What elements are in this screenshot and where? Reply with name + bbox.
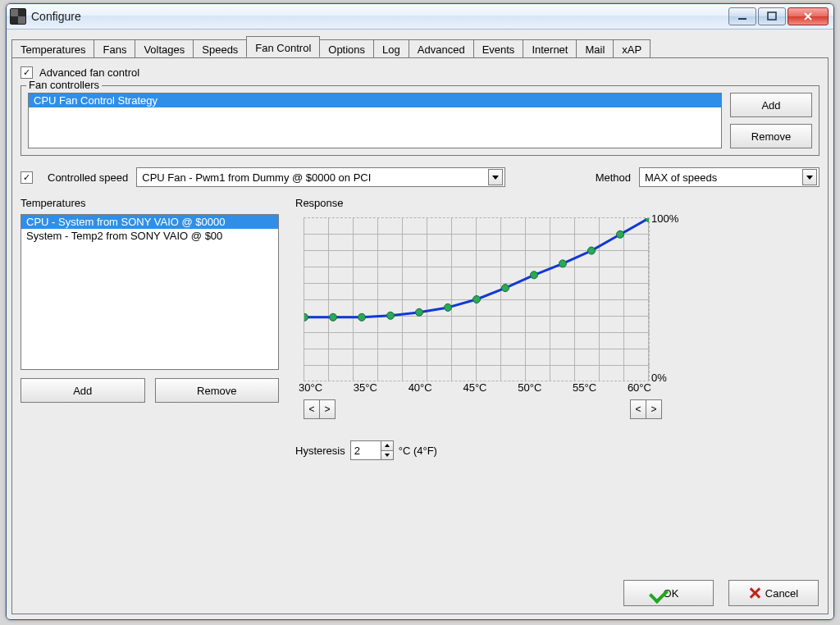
tab-temperatures[interactable]: Temperatures bbox=[11, 39, 94, 58]
svg-point-3 bbox=[330, 313, 337, 321]
tab-log[interactable]: Log bbox=[373, 39, 409, 58]
remove-controller-button[interactable]: Remove bbox=[730, 124, 812, 148]
fan-controllers-legend: Fan controllers bbox=[26, 79, 102, 91]
svg-point-11 bbox=[559, 260, 567, 267]
x-tick-label: 45°C bbox=[463, 381, 486, 394]
response-chart-plot[interactable] bbox=[304, 217, 650, 381]
x-tick-label: 60°C bbox=[628, 381, 651, 394]
temperatures-label: Temperatures bbox=[21, 197, 279, 209]
advanced-fan-control-label: Advanced fan control bbox=[39, 66, 139, 79]
tab-speeds[interactable]: Speeds bbox=[193, 39, 247, 58]
controlled-speed-value: CPU Fan - Pwm1 from Dummy @ $0000 on PCI bbox=[142, 171, 485, 184]
chart-shift-right-button[interactable]: > bbox=[320, 399, 336, 419]
tab-internet[interactable]: Internet bbox=[523, 39, 577, 58]
tab-mail[interactable]: Mail bbox=[576, 39, 614, 58]
fan-controllers-list[interactable]: CPU Fan Control Strategy bbox=[28, 93, 722, 148]
method-value: MAX of speeds bbox=[645, 171, 799, 184]
configure-window: Configure TemperaturesFansVoltagesSpeeds… bbox=[6, 3, 834, 620]
fan-controllers-group: Fan controllers CPU Fan Control Strategy… bbox=[21, 85, 819, 156]
advanced-fan-control-row: Advanced fan control bbox=[21, 66, 819, 79]
fan-controller-item[interactable]: CPU Fan Control Strategy bbox=[29, 94, 721, 107]
controlled-speed-checkbox[interactable] bbox=[21, 171, 33, 184]
hysteresis-label: Hysteresis bbox=[295, 445, 345, 457]
tab-voltages[interactable]: Voltages bbox=[135, 39, 194, 58]
close-button[interactable] bbox=[788, 7, 829, 25]
y-axis-top-label: 100% bbox=[651, 212, 678, 225]
cancel-button[interactable]: Cancel bbox=[728, 580, 819, 606]
hysteresis-input[interactable] bbox=[351, 441, 381, 459]
maximize-button[interactable] bbox=[758, 7, 786, 25]
dialog-buttons: OK Cancel bbox=[623, 580, 819, 606]
advanced-fan-control-checkbox[interactable] bbox=[21, 66, 33, 79]
svg-point-9 bbox=[502, 285, 509, 292]
minimize-button[interactable] bbox=[728, 7, 756, 25]
temperature-item[interactable]: CPU - System from SONY VAIO @ $0000 bbox=[21, 215, 278, 229]
svg-point-5 bbox=[387, 312, 395, 319]
svg-point-2 bbox=[304, 313, 308, 321]
client-area: TemperaturesFansVoltagesSpeedsFan Contro… bbox=[7, 30, 833, 619]
chevron-down-icon bbox=[802, 169, 817, 185]
method-combo[interactable]: MAX of speeds bbox=[639, 167, 819, 187]
controlled-speed-combo[interactable]: CPU Fan - Pwm1 from Dummy @ $0000 on PCI bbox=[136, 167, 505, 187]
temps-response-row: Temperatures CPU - System from SONY VAIO… bbox=[21, 197, 819, 460]
tab-advanced[interactable]: Advanced bbox=[409, 39, 474, 58]
cross-icon bbox=[749, 587, 760, 599]
ok-button[interactable]: OK bbox=[623, 580, 714, 606]
tab-xap[interactable]: xAP bbox=[613, 39, 651, 58]
cancel-label: Cancel bbox=[765, 587, 798, 600]
tab-events[interactable]: Events bbox=[473, 39, 524, 58]
add-controller-button[interactable]: Add bbox=[730, 93, 812, 117]
svg-point-12 bbox=[588, 247, 596, 254]
hysteresis-spinner[interactable] bbox=[350, 440, 394, 460]
temperature-item[interactable]: System - Temp2 from SONY VAIO @ $00 bbox=[21, 229, 278, 243]
response-label: Response bbox=[295, 197, 819, 209]
svg-point-8 bbox=[473, 296, 481, 303]
y-axis-bottom-label: 0% bbox=[651, 372, 667, 384]
titlebar[interactable]: Configure bbox=[7, 4, 833, 30]
window-title: Configure bbox=[31, 10, 728, 23]
tab-fan-control[interactable]: Fan Control bbox=[246, 36, 320, 57]
tab-fans[interactable]: Fans bbox=[94, 39, 135, 58]
tab-page-fan-control: Advanced fan control Fan controllers CPU… bbox=[11, 57, 829, 614]
hysteresis-row: Hysteresis °C (4°F) bbox=[295, 440, 819, 460]
svg-point-4 bbox=[358, 313, 366, 321]
chevron-down-icon bbox=[488, 169, 503, 185]
svg-point-7 bbox=[445, 303, 452, 311]
spinner-down-icon[interactable] bbox=[381, 450, 393, 460]
svg-point-13 bbox=[617, 230, 624, 238]
temperatures-column: Temperatures CPU - System from SONY VAIO… bbox=[21, 197, 279, 403]
controlled-speed-row: Controlled speed CPU Fan - Pwm1 from Dum… bbox=[21, 167, 819, 187]
temperatures-list[interactable]: CPU - System from SONY VAIO @ $0000Syste… bbox=[21, 214, 279, 370]
svg-point-10 bbox=[531, 271, 538, 279]
x-tick-label: 50°C bbox=[518, 381, 541, 394]
method-label: Method bbox=[596, 171, 631, 184]
remove-temperature-button[interactable]: Remove bbox=[155, 378, 280, 403]
chart-shift-right-button-2[interactable]: > bbox=[646, 399, 662, 419]
chart-shift-left-button-2[interactable]: < bbox=[630, 399, 646, 419]
add-temperature-button[interactable]: Add bbox=[21, 378, 145, 403]
tab-options[interactable]: Options bbox=[319, 39, 374, 58]
controlled-speed-label: Controlled speed bbox=[48, 171, 128, 184]
x-tick-label: 40°C bbox=[409, 381, 432, 394]
response-column: Response 100% 0% 30°C35°C40°C45°C50°C55°… bbox=[295, 197, 819, 460]
svg-rect-0 bbox=[738, 18, 746, 20]
x-tick-label: 30°C bbox=[299, 381, 322, 394]
svg-rect-1 bbox=[768, 12, 776, 20]
x-tick-label: 55°C bbox=[573, 381, 596, 394]
response-chart: 100% 0% 30°C35°C40°C45°C50°C55°C60°C < >… bbox=[295, 214, 673, 395]
hysteresis-units: °C (4°F) bbox=[399, 445, 437, 457]
svg-point-6 bbox=[416, 308, 423, 316]
x-axis-ticks: 30°C35°C40°C45°C50°C55°C60°C bbox=[299, 381, 651, 394]
spinner-up-icon[interactable] bbox=[381, 441, 393, 450]
chart-shift-left-button[interactable]: < bbox=[304, 399, 320, 419]
tab-strip: TemperaturesFansVoltagesSpeedsFan Contro… bbox=[11, 36, 829, 57]
x-tick-label: 35°C bbox=[354, 381, 377, 394]
app-icon bbox=[10, 8, 26, 25]
